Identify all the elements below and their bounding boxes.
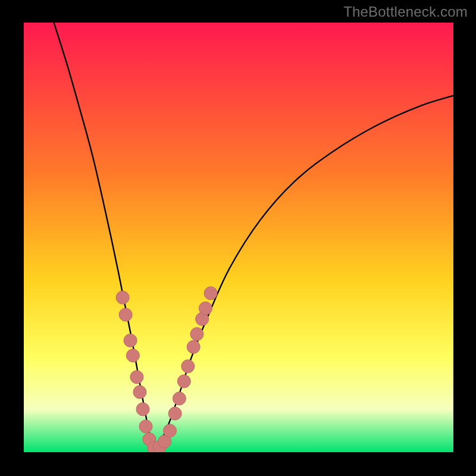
data-marker [126, 349, 139, 362]
gradient-background [24, 23, 453, 452]
data-marker [190, 327, 203, 340]
bottleneck-chart [24, 23, 453, 452]
data-marker [168, 407, 181, 420]
data-marker [181, 360, 195, 373]
chart-frame: TheBottleneck.com [0, 0, 476, 476]
data-marker [204, 287, 217, 300]
data-marker [124, 334, 137, 347]
data-marker [139, 420, 152, 433]
data-marker [133, 386, 146, 399]
data-marker [187, 340, 200, 353]
data-marker [177, 375, 190, 388]
data-marker [163, 424, 176, 437]
data-marker [199, 302, 212, 315]
watermark-text: TheBottleneck.com [343, 4, 468, 20]
plot-area [24, 23, 453, 452]
data-marker [173, 392, 186, 405]
data-marker [130, 371, 143, 384]
data-marker [136, 403, 149, 416]
data-marker [116, 291, 129, 304]
data-marker [119, 308, 132, 321]
